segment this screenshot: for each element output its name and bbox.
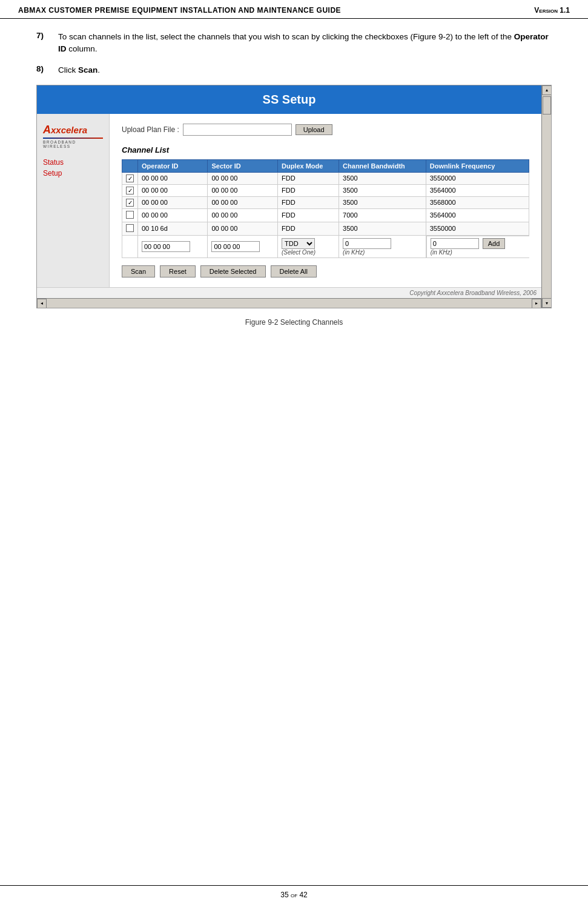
row-checkbox[interactable] xyxy=(126,224,134,232)
row-checkbox-cell xyxy=(122,222,138,235)
col-downlink-freq: Downlink Frequency xyxy=(426,159,529,172)
upload-input[interactable] xyxy=(183,124,292,136)
bandwidth-note: (in KHz) xyxy=(343,249,422,256)
input-duplex-cell: TDDFDD(Select One) xyxy=(277,235,339,258)
delete-selected-button[interactable]: Delete Selected xyxy=(200,265,266,277)
table-header-row: Operator ID Sector ID Duplex Mode Channe… xyxy=(122,159,529,172)
logo-tagline: BROADBAND WIRELESS xyxy=(43,140,103,148)
row-cell-downlink: 3550000 xyxy=(426,222,529,235)
ss-frame: SS Setup Axxcelera BROADB xyxy=(37,85,541,308)
input-duplex-select[interactable]: TDDFDD xyxy=(282,238,315,249)
ss-title: SS Setup xyxy=(263,93,316,106)
row-checkbox-cell: ✓ xyxy=(122,172,138,184)
row-cell-duplex: FDD xyxy=(277,184,339,196)
upload-row: Upload Plan File : Upload xyxy=(122,124,529,136)
row-cell-operator_id: 00 00 00 xyxy=(138,196,208,208)
upload-button[interactable]: Upload xyxy=(296,124,332,135)
input-row-checkbox-cell xyxy=(122,235,138,258)
col-duplex-mode: Duplex Mode xyxy=(277,159,339,172)
logo-divider xyxy=(43,138,103,139)
ss-header: SS Setup xyxy=(37,85,541,114)
ss-sidebar: Axxcelera BROADBAND WIRELESS Status Setu… xyxy=(37,114,110,288)
row-checkbox-cell xyxy=(122,208,138,222)
action-buttons: Scan Reset Delete Selected Delete All xyxy=(122,265,529,277)
step-8-text: Click Scan. xyxy=(58,64,552,76)
page-number: 35 of 42 xyxy=(5,891,583,899)
version-label: Version 1.1 xyxy=(534,6,570,15)
row-cell-downlink: 3564000 xyxy=(426,184,529,196)
axxcelera-logo: Axxcelera BROADBAND WIRELESS xyxy=(43,124,103,148)
reset-button[interactable]: Reset xyxy=(160,265,196,277)
downlink-note: (in KHz) xyxy=(431,249,479,256)
page-header: ABMAX Customer Premise Equipment Install… xyxy=(0,0,588,19)
row-cell-operator_id: 00 00 00 xyxy=(138,208,208,222)
document-title: ABMAX Customer Premise Equipment Install… xyxy=(18,6,341,15)
upload-label: Upload Plan File : xyxy=(122,125,179,134)
scroll-left-arrow[interactable]: ◂ xyxy=(37,299,47,308)
row-cell-sector_id: 00 00 00 xyxy=(208,222,277,235)
row-checkbox-cell: ✓ xyxy=(122,184,138,196)
row-cell-bandwidth: 3500 xyxy=(339,184,426,196)
row-cell-downlink: 3568000 xyxy=(426,196,529,208)
col-channel-bw: Channel Bandwidth xyxy=(339,159,426,172)
page-content: 7) To scan channels in the list, select … xyxy=(0,19,588,351)
step-7-text: To scan channels in the list, select the… xyxy=(58,31,552,56)
col-sector-id: Sector ID xyxy=(208,159,277,172)
input-sector-id[interactable] xyxy=(211,241,260,252)
row-cell-bandwidth: 3500 xyxy=(339,196,426,208)
row-cell-downlink: 3550000 xyxy=(426,172,529,184)
scroll-down-arrow[interactable]: ▾ xyxy=(542,298,552,308)
row-cell-bandwidth: 3500 xyxy=(339,222,426,235)
step-7: 7) To scan channels in the list, select … xyxy=(36,31,552,56)
row-cell-sector_id: 00 00 00 xyxy=(208,184,277,196)
input-operator-id-cell xyxy=(138,235,208,258)
downlink-wrapper: (in KHz) xyxy=(431,238,479,256)
channel-list-title: Channel List xyxy=(122,145,529,154)
logo-name: Axxcelera xyxy=(43,124,87,136)
row-checkbox[interactable]: ✓ xyxy=(126,187,134,194)
step-8-number: 8) xyxy=(36,64,58,76)
step-8: 8) Click Scan. xyxy=(36,64,552,76)
bottom-scrollbar: ◂ ▸ xyxy=(37,298,541,308)
select-note: (Select One) xyxy=(282,249,335,256)
scan-button[interactable]: Scan xyxy=(122,265,155,277)
input-downlink[interactable] xyxy=(431,238,479,249)
ss-main: Upload Plan File : Upload Channel List xyxy=(110,114,541,288)
table-row: ✓00 00 0000 00 00FDD35003550000 xyxy=(122,172,529,184)
sidebar-link-status[interactable]: Status xyxy=(43,158,103,167)
row-checkbox[interactable] xyxy=(126,211,134,219)
scroll-h-track xyxy=(47,299,532,308)
table-input-row: TDDFDD(Select One)(in KHz)(in KHz)Add xyxy=(122,235,529,258)
channel-table: Operator ID Sector ID Duplex Mode Channe… xyxy=(122,159,529,259)
step-7-number: 7) xyxy=(36,31,58,56)
row-cell-operator_id: 00 00 00 xyxy=(138,172,208,184)
input-downlink-cell: (in KHz)Add xyxy=(426,236,529,258)
table-row: 00 00 0000 00 00FDD70003564000 xyxy=(122,208,529,222)
scroll-up-arrow[interactable]: ▴ xyxy=(542,85,552,95)
scroll-thumb[interactable] xyxy=(543,96,551,115)
scroll-right-arrow[interactable]: ▸ xyxy=(532,299,541,308)
figure-caption: Figure 9-2 Selecting Channels xyxy=(36,318,552,327)
table-row: ✓00 00 0000 00 00FDD35003568000 xyxy=(122,196,529,208)
row-cell-operator_id: 00 00 00 xyxy=(138,184,208,196)
input-sector-id-cell xyxy=(208,235,277,258)
input-bandwidth[interactable] xyxy=(343,238,391,249)
row-cell-bandwidth: 3500 xyxy=(339,172,426,184)
delete-all-button[interactable]: Delete All xyxy=(271,265,317,277)
row-checkbox[interactable]: ✓ xyxy=(126,199,134,207)
row-cell-duplex: FDD xyxy=(277,208,339,222)
row-cell-sector_id: 00 00 00 xyxy=(208,172,277,184)
col-operator-id: Operator ID xyxy=(138,159,208,172)
input-bandwidth-cell: (in KHz) xyxy=(339,235,426,258)
sidebar-link-setup[interactable]: Setup xyxy=(43,169,103,178)
row-cell-bandwidth: 7000 xyxy=(339,208,426,222)
table-row: 00 10 6d00 00 00FDD35003550000 xyxy=(122,222,529,235)
row-cell-duplex: FDD xyxy=(277,196,339,208)
input-operator-id[interactable] xyxy=(142,241,190,252)
ss-body: Axxcelera BROADBAND WIRELESS Status Setu… xyxy=(37,114,541,288)
row-cell-downlink: 3564000 xyxy=(426,208,529,222)
row-checkbox[interactable]: ✓ xyxy=(126,174,134,182)
add-button[interactable]: Add xyxy=(483,238,506,249)
row-cell-sector_id: 00 00 00 xyxy=(208,196,277,208)
page-footer: 35 of 42 xyxy=(0,885,588,904)
